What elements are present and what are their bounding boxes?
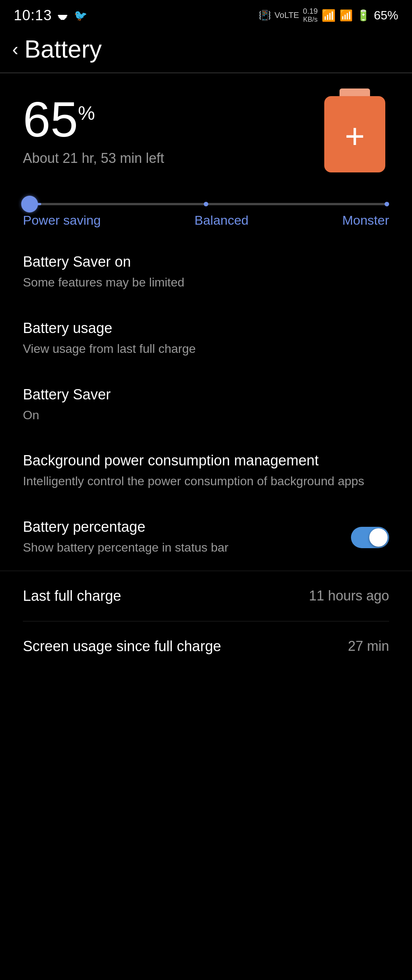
battery-percentage-item[interactable]: Battery percentage Show battery percenta… [0,504,412,571]
battery-percentage-row: Battery percentage Show battery percenta… [23,519,389,556]
power-mode-slider-section[interactable]: Power saving Balanced Monster [0,184,412,239]
battery-time-left: About 21 hr, 53 min left [23,150,164,166]
battery-status-section: 65% About 21 hr, 53 min left + [0,73,412,184]
status-left: 10:13 ⯋ 🐦 [14,7,87,24]
battery-icon: + [320,89,389,172]
signal-icon: 📶 [340,9,353,22]
last-full-charge-value: 11 hours ago [309,588,389,604]
status-time: 10:13 [14,7,52,24]
wifi-icon: 📶 [322,9,336,22]
screen-usage-label: Screen usage since full charge [23,638,221,655]
screen-usage-row: Screen usage since full charge 27 min [0,621,412,671]
background-power-title: Background power consumption management [23,452,389,469]
last-full-charge-label: Last full charge [23,588,121,604]
settings-section: Battery usage View usage from last full … [0,306,412,571]
bottom-space [0,671,412,710]
battery-saver-title: Battery Saver [23,386,389,403]
battery-saver-alert-title: Battery Saver on [23,254,389,270]
message-icon: ⯋ [57,9,69,22]
last-full-charge-row: Last full charge 11 hours ago [0,571,412,621]
volte-icon: VoLTE [275,10,299,20]
status-bar: 10:13 ⯋ 🐦 📳 VoLTE 0.19 KB/s 📶 📶 🔋 65% [0,0,412,27]
slider-track[interactable] [23,203,389,205]
background-power-subtitle: Intelligently control the power consumpt… [23,473,389,490]
page-title: Battery [24,35,102,63]
battery-plus-icon: + [345,119,365,153]
battery-usage-item[interactable]: Battery usage View usage from last full … [0,306,412,372]
battery-percentage-text: Battery percentage Show battery percenta… [23,519,229,556]
battery-percent-label: 65% [374,8,398,23]
slider-label-balanced[interactable]: Balanced [195,213,249,228]
battery-saver-alert-subtitle: Some features may be limited [23,274,389,291]
slider-dot-monster [385,202,389,206]
slider-label-power-saving[interactable]: Power saving [23,213,101,228]
slider-labels: Power saving Balanced Monster [23,213,389,228]
toggle-knob [369,528,388,547]
background-power-item[interactable]: Background power consumption management … [0,438,412,504]
top-nav: ‹ Battery [0,27,412,72]
battery-saver-alert[interactable]: Battery Saver on Some features may be li… [0,239,412,306]
twitter-icon: 🐦 [74,9,87,22]
slider-label-monster[interactable]: Monster [342,213,389,228]
battery-percentage-large: 65% [23,95,164,144]
slider-dot-balanced [204,202,208,206]
battery-percentage-toggle[interactable] [351,527,389,548]
battery-percentage-subtitle: Show battery percentage in status bar [23,539,229,556]
battery-icon-body: + [324,96,385,172]
battery-usage-title: Battery usage [23,320,389,336]
battery-percentage-title: Battery percentage [23,519,229,535]
network-speed: 0.19 KB/s [303,6,318,24]
battery-usage-subtitle: View usage from last full charge [23,340,389,357]
vibrate-icon: 📳 [259,10,271,21]
battery-status-icon: 🔋 [357,9,370,22]
status-right: 📳 VoLTE 0.19 KB/s 📶 📶 🔋 65% [259,6,398,24]
slider-thumb[interactable] [21,196,38,212]
battery-saver-item[interactable]: Battery Saver On [0,372,412,438]
screen-usage-value: 27 min [348,638,389,654]
battery-saver-subtitle: On [23,407,389,424]
battery-info-left: 65% About 21 hr, 53 min left [23,95,164,166]
back-button[interactable]: ‹ [12,40,18,58]
